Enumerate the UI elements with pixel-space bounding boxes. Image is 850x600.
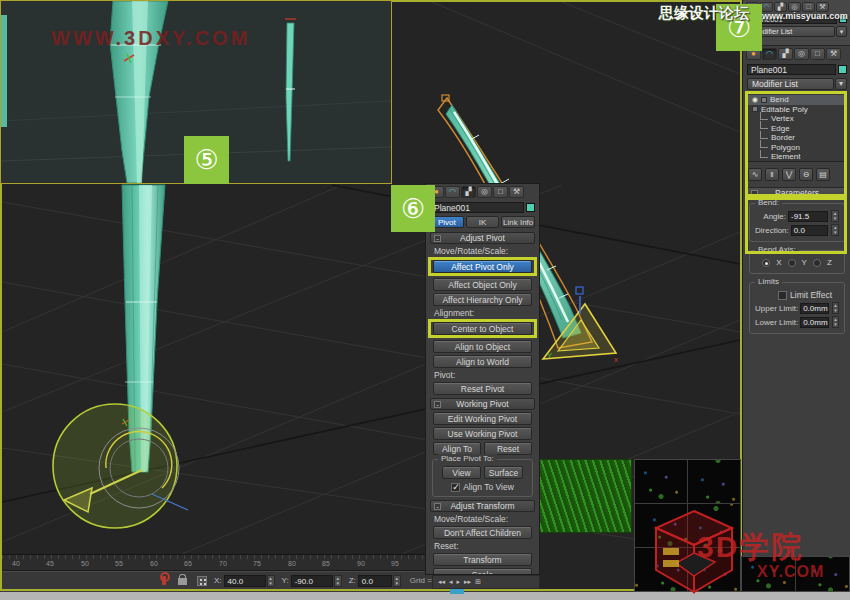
view-button[interactable]: View bbox=[442, 466, 481, 479]
tab-link-info[interactable]: Link Info bbox=[501, 216, 535, 228]
axis-z-radio[interactable] bbox=[813, 259, 821, 267]
render-preview-cell bbox=[688, 460, 740, 503]
align-to-view-checkbox[interactable] bbox=[451, 483, 460, 492]
remove-modifier-icon[interactable]: ⊖ bbox=[799, 168, 813, 181]
object-name-field[interactable]: Plane001 bbox=[430, 202, 524, 213]
hierarchy-tab-icon[interactable]: ▞ bbox=[774, 2, 787, 12]
z-coord-label: Z: bbox=[349, 576, 356, 585]
axis-y-radio[interactable] bbox=[788, 259, 796, 267]
previous-frame-icon[interactable]: ◂ bbox=[449, 578, 453, 586]
transform-button[interactable]: Transform bbox=[433, 553, 532, 566]
utilities-tab-icon[interactable]: ⚒ bbox=[509, 186, 524, 198]
axis-y-label: Y bbox=[802, 258, 807, 267]
collapse-icon[interactable]: - bbox=[434, 401, 441, 408]
y-coord-field[interactable]: -90.0 bbox=[291, 575, 333, 587]
collapse-icon[interactable]: - bbox=[434, 235, 441, 242]
center-to-object-button[interactable]: Center to Object bbox=[433, 322, 532, 335]
bend-axis-group: Bend Axis: X Y Z bbox=[749, 250, 845, 274]
z-coord-field[interactable]: 0.0 bbox=[358, 575, 392, 587]
angle-field[interactable]: -91.5 bbox=[788, 211, 828, 222]
hierarchy-tab-icon[interactable]: ▞ bbox=[778, 48, 793, 60]
x-coord-field[interactable]: 40.0 bbox=[224, 575, 266, 587]
display-tab-icon[interactable]: □ bbox=[802, 2, 815, 12]
make-unique-icon[interactable]: ⋁ bbox=[782, 168, 796, 181]
tree-line bbox=[760, 121, 768, 129]
direction-spinner[interactable]: ▴▾ bbox=[831, 224, 839, 236]
show-end-result-icon[interactable]: ‖ bbox=[765, 168, 779, 181]
motion-tab-icon[interactable]: ◎ bbox=[788, 2, 801, 12]
timeline-tick: 95 bbox=[391, 560, 399, 567]
absolute-mode-icon[interactable] bbox=[197, 576, 207, 586]
rollout-adjust-pivot[interactable]: - Adjust Pivot bbox=[430, 232, 535, 244]
upper-limit-field[interactable]: 0.0mm bbox=[800, 303, 829, 314]
timeline-tick: 90 bbox=[357, 560, 365, 567]
y-coord-label: Y: bbox=[282, 576, 289, 585]
rollout-adjust-transform[interactable]: - Adjust Transform bbox=[430, 500, 535, 512]
pin-stack-icon[interactable]: ∿ bbox=[748, 168, 762, 181]
motion-tab-icon[interactable]: ◎ bbox=[477, 186, 492, 198]
modify-tab-icon[interactable]: ◠ bbox=[762, 48, 777, 60]
utilities-tab-icon[interactable]: ⚒ bbox=[816, 2, 829, 12]
lower-limit-spinner[interactable]: ▴▾ bbox=[832, 316, 839, 328]
modify-tab-icon[interactable]: ◠ bbox=[445, 186, 460, 198]
limit-effect-checkbox[interactable] bbox=[778, 291, 787, 300]
tree-line bbox=[760, 140, 768, 148]
dropdown-arrow-icon[interactable]: ▾ bbox=[835, 78, 847, 90]
tab-pivot[interactable]: Pivot bbox=[430, 216, 464, 228]
dropdown-arrow-icon[interactable]: ▾ bbox=[836, 26, 847, 37]
object-color-swatch[interactable] bbox=[526, 203, 535, 212]
tab-ik[interactable]: IK bbox=[466, 216, 500, 228]
motion-tab-icon[interactable]: ◎ bbox=[794, 48, 809, 60]
highlight-box-affect-pivot: Affect Pivot Only bbox=[428, 257, 537, 276]
lower-limit-field[interactable]: 0.0mm bbox=[800, 317, 829, 328]
hierarchy-tab-icon[interactable]: ▞ bbox=[461, 186, 476, 198]
timeline-tick: 80 bbox=[288, 560, 296, 567]
collapse-icon[interactable]: - bbox=[751, 190, 758, 197]
reset-pivot-button[interactable]: Reset Pivot bbox=[433, 382, 532, 395]
surface-button[interactable]: Surface bbox=[484, 466, 523, 479]
go-to-start-icon[interactable]: ◂◂ bbox=[438, 578, 445, 586]
x-coord-spinner[interactable]: ▴▾ bbox=[267, 575, 275, 587]
tree-line bbox=[760, 150, 768, 158]
display-tab-icon[interactable]: □ bbox=[810, 48, 825, 60]
modifier-list-dropdown[interactable]: Modifier List bbox=[747, 78, 834, 90]
angle-label: Angle: bbox=[763, 212, 786, 221]
time-controls[interactable]: ◂◂ ◂ ▸ ▸▸ ⊞ bbox=[432, 575, 540, 589]
axis-x-radio[interactable] bbox=[762, 259, 770, 267]
stack-item-element[interactable]: Element bbox=[748, 152, 846, 162]
affect-pivot-only-button[interactable]: Affect Pivot Only bbox=[433, 260, 532, 273]
affect-object-only-button[interactable]: Affect Object Only bbox=[433, 278, 532, 291]
limit-effect-label: Limit Effect bbox=[790, 290, 832, 300]
key-mode-icon[interactable]: ⊞ bbox=[475, 578, 481, 586]
collapse-icon[interactable]: - bbox=[434, 503, 441, 510]
scale-button[interactable]: Scale bbox=[433, 568, 532, 575]
configure-modifier-sets-icon[interactable]: ▤ bbox=[816, 168, 830, 181]
align-to-world-button[interactable]: Align to World bbox=[433, 355, 532, 368]
upper-limit-spinner[interactable]: ▴▾ bbox=[832, 302, 839, 314]
inset-edge-object bbox=[1, 15, 7, 127]
object-color-swatch[interactable] bbox=[838, 65, 847, 74]
align-to-object-button[interactable]: Align to Object bbox=[433, 340, 532, 353]
y-coord-spinner[interactable]: ▴▾ bbox=[334, 575, 342, 587]
set-key-icon[interactable] bbox=[162, 576, 166, 585]
object-name-field[interactable]: Plane001 bbox=[747, 64, 836, 75]
rollout-working-pivot[interactable]: - Working Pivot bbox=[430, 398, 535, 410]
direction-field[interactable]: 0.0 bbox=[791, 225, 829, 236]
modifier-enabled-icon[interactable] bbox=[752, 97, 758, 103]
angle-spinner[interactable]: ▴▾ bbox=[831, 210, 839, 222]
edit-working-pivot-button[interactable]: Edit Working Pivot bbox=[433, 412, 532, 425]
use-working-pivot-button[interactable]: Use Working Pivot bbox=[433, 427, 532, 440]
affect-hierarchy-only-button[interactable]: Affect Hierarchy Only bbox=[433, 293, 532, 306]
lower-limit-label: Lower Limit: bbox=[755, 318, 798, 327]
display-tab-icon[interactable]: □ bbox=[493, 186, 508, 198]
inset-plane-thin[interactable] bbox=[285, 19, 296, 161]
next-frame-icon[interactable]: ▸▸ bbox=[464, 578, 471, 586]
stack-item-bend[interactable]: Bend bbox=[748, 95, 846, 105]
selection-lock-icon[interactable] bbox=[178, 578, 187, 585]
utilities-tab-icon[interactable]: ⚒ bbox=[826, 48, 841, 60]
dont-affect-children-button[interactable]: Don't Affect Children bbox=[433, 526, 532, 539]
z-coord-spinner[interactable]: ▴▾ bbox=[393, 575, 401, 587]
step-callout-6: ⑥ bbox=[391, 185, 435, 232]
watermark-brand: 3D学院 bbox=[697, 527, 803, 568]
play-icon[interactable]: ▸ bbox=[457, 578, 461, 586]
